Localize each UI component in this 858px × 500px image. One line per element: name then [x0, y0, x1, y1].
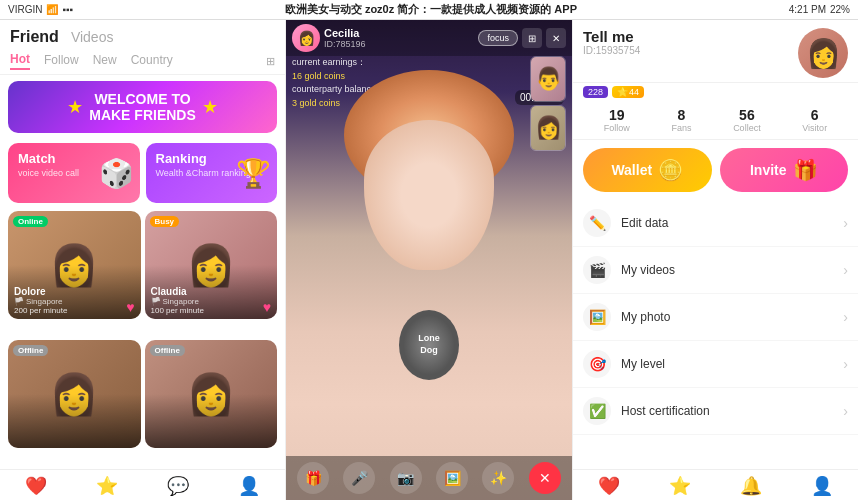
- nav-heart-right[interactable]: ❤️: [598, 475, 620, 497]
- stat-follow-num: 19: [604, 107, 630, 123]
- time-label: 4:21 PM: [789, 4, 826, 15]
- menu-icon-0: ✏️: [583, 209, 611, 237]
- menu-item-3[interactable]: 🎯 My level ›: [573, 341, 858, 388]
- status-badge-0: Online: [13, 216, 48, 227]
- welcome-text: WELCOME TOMAKE FRIENDS: [89, 91, 196, 123]
- user-name-0: Dolore: [14, 286, 67, 297]
- tab-country[interactable]: Country: [131, 53, 173, 69]
- headline: 欧洲美女与动交 zoz0z 简介：一款提供成人视频资源的 APP: [73, 2, 789, 17]
- badge-star: ⭐ 44: [612, 86, 644, 98]
- end-call-button[interactable]: ✕: [529, 462, 561, 494]
- logo-text: Lone Dog: [418, 333, 440, 356]
- user-card-3[interactable]: 👩 Offline: [145, 340, 278, 448]
- right-panel: Tell me ID:15935754 👩 228 ⭐ 44 19 Follow…: [572, 20, 858, 500]
- right-title: Tell me: [583, 28, 798, 45]
- user-location-0: 🏳️Singapore: [14, 297, 67, 306]
- effects-button[interactable]: ✨: [482, 462, 514, 494]
- right-id: ID:15935754: [583, 45, 798, 56]
- tab-hot[interactable]: Hot: [10, 52, 30, 70]
- chevron-icon-1: ›: [843, 262, 848, 278]
- carrier-label: VIRGIN: [8, 4, 42, 15]
- user-info-1: Claudia 🏳️Singapore 100 per minute: [151, 286, 204, 315]
- heart-btn-1[interactable]: ♥: [263, 299, 271, 315]
- mid-avatar: 👩: [292, 24, 320, 52]
- ranking-icon: 🏆: [236, 157, 271, 190]
- menu-icon-2: 🖼️: [583, 303, 611, 331]
- gift-button[interactable]: 🎁: [297, 462, 329, 494]
- invite-button[interactable]: Invite 🎁: [720, 148, 849, 192]
- small-avatar-2[interactable]: 👩: [530, 105, 566, 151]
- menu-list: ✏️ Edit data › 🎬 My videos › 🖼️ My photo…: [573, 200, 858, 469]
- battery-label: 22%: [830, 4, 850, 15]
- user-price-1: 100 per minute: [151, 306, 204, 315]
- bottom-nav-right: ❤️ ⭐ 🔔 👤: [573, 469, 858, 500]
- nav-profile-left[interactable]: 👤: [238, 475, 260, 497]
- menu-item-1[interactable]: 🎬 My videos ›: [573, 247, 858, 294]
- middle-panel: Lone Dog 👩 Cecilia ID:785196 focus ⊞ ✕ c…: [286, 20, 572, 500]
- welcome-banner: ★ WELCOME TOMAKE FRIENDS ★: [8, 81, 277, 133]
- menu-label-1: My videos: [621, 263, 843, 277]
- left-header: Friend Videos: [0, 20, 285, 50]
- status-badge-2: Offline: [13, 345, 48, 356]
- tab-bar: Hot Follow New Country ⊞: [0, 50, 285, 75]
- camera-button[interactable]: 📷: [390, 462, 422, 494]
- top-bar-left: VIRGIN 📶 ▪▪▪: [8, 4, 73, 15]
- mid-top-bar: 👩 Cecilia ID:785196 focus ⊞ ✕: [286, 20, 572, 56]
- menu-icon-4: ✅: [583, 397, 611, 425]
- nav-profile-right[interactable]: 👤: [811, 475, 833, 497]
- invite-label: Invite: [750, 162, 787, 178]
- mic-button[interactable]: 🎤: [343, 462, 375, 494]
- user-card-1[interactable]: 👩 Busy Claudia 🏳️Singapore 100 per minut…: [145, 211, 278, 319]
- mid-focus-button[interactable]: focus: [478, 30, 518, 46]
- user-price-0: 200 per minute: [14, 306, 67, 315]
- mid-name: Cecilia: [324, 27, 366, 39]
- status-badge-1: Busy: [150, 216, 180, 227]
- friend-title: Friend: [10, 28, 59, 46]
- user-card-0[interactable]: 👩 Online Dolore 🏳️Singapore 200 per minu…: [8, 211, 141, 319]
- action-buttons: Wallet 🪙 Invite 🎁: [573, 140, 858, 200]
- stat-fans-num: 8: [671, 107, 691, 123]
- badge-num: 228: [583, 86, 608, 98]
- chevron-icon-3: ›: [843, 356, 848, 372]
- tab-filter[interactable]: ⊞: [266, 55, 275, 68]
- nav-chat-left[interactable]: 💬: [167, 475, 189, 497]
- menu-item-4[interactable]: ✅ Host certification ›: [573, 388, 858, 435]
- gold-coins-1: 16 gold coins: [292, 71, 345, 81]
- mid-ctrl-2[interactable]: ✕: [546, 28, 566, 48]
- menu-item-2[interactable]: 🖼️ My photo ›: [573, 294, 858, 341]
- signal-icon: ▪▪▪: [62, 4, 73, 15]
- videos-title: Videos: [71, 29, 114, 45]
- star-right: ★: [202, 96, 218, 118]
- mid-id: ID:785196: [324, 39, 366, 49]
- wallet-button[interactable]: Wallet 🪙: [583, 148, 712, 192]
- invite-icon: 🎁: [793, 158, 818, 182]
- tab-follow[interactable]: Follow: [44, 53, 79, 69]
- nav-star-right[interactable]: ⭐: [669, 475, 691, 497]
- menu-label-4: Host certification: [621, 404, 843, 418]
- menu-icon-3: 🎯: [583, 350, 611, 378]
- wallet-label: Wallet: [611, 162, 652, 178]
- photo-button[interactable]: 🖼️: [436, 462, 468, 494]
- small-avatar-1[interactable]: 👨: [530, 56, 566, 102]
- menu-label-2: My photo: [621, 310, 843, 324]
- stat-collect-num: 56: [733, 107, 761, 123]
- nav-bell-right[interactable]: 🔔: [740, 475, 762, 497]
- menu-item-0[interactable]: ✏️ Edit data ›: [573, 200, 858, 247]
- match-icon: 🎲: [99, 157, 134, 190]
- user-location-1: 🏳️Singapore: [151, 297, 204, 306]
- mid-ctrl-1[interactable]: ⊞: [522, 28, 542, 48]
- nav-heart-left[interactable]: ❤️: [25, 475, 47, 497]
- user-name-1: Claudia: [151, 286, 204, 297]
- user-card-2[interactable]: 👩 Offline: [8, 340, 141, 448]
- content-area: Friend Videos Hot Follow New Country ⊞ ★…: [0, 20, 858, 500]
- right-avatar: 👩: [798, 28, 848, 78]
- stats-row: 19 Follow 8 Fans 56 Collect 6 Visitor: [573, 101, 858, 140]
- heart-btn-0[interactable]: ♥: [126, 299, 134, 315]
- menu-label-0: Edit data: [621, 216, 843, 230]
- nav-star-left[interactable]: ⭐: [96, 475, 118, 497]
- ranking-card[interactable]: Ranking Wealth &Charm ranking 🏆: [146, 143, 278, 203]
- tab-new[interactable]: New: [93, 53, 117, 69]
- match-card[interactable]: Match voice video call 🎲: [8, 143, 140, 203]
- status-badge-3: Offline: [150, 345, 185, 356]
- earnings-label: current earnings：: [292, 56, 385, 70]
